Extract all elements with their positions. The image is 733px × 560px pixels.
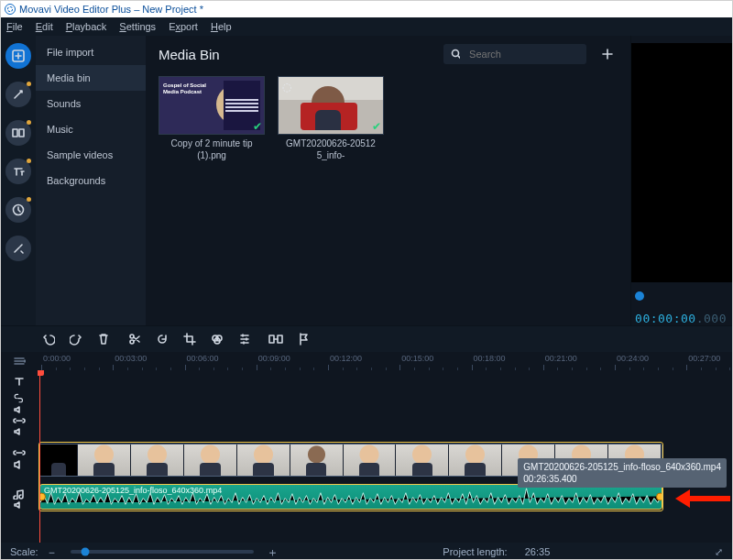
add-media-button[interactable] [597,44,618,64]
rail-more-tools-button[interactable] [5,236,31,261]
audio-clip-label: GMT20200626-205125_info-floso_640x360.mp… [44,486,222,495]
undo-button[interactable] [41,332,56,346]
link-icon [13,415,26,426]
add-marker-button[interactable] [296,332,311,346]
clip-tooltip: GMT20200626-205125_info-floso_640x360.mp… [518,458,727,488]
marker-flag-icon [298,333,309,346]
sidebar-item-music[interactable]: Music [36,116,146,142]
used-check-icon: ✔ [372,121,381,132]
scissors-icon [128,333,141,346]
crop-icon [183,333,196,346]
crop-button[interactable] [182,332,197,346]
media-thumbnail[interactable]: ◌ ✔ [278,76,384,135]
undo-icon [42,333,55,346]
sidebar-item-media-bin[interactable]: Media bin [36,65,146,91]
menu-export[interactable]: Export [169,21,198,32]
project-length-value: 26:35 [525,546,551,557]
track-head-audio[interactable] [1,480,38,517]
notification-dot-icon [27,159,31,163]
project-length-label: Project length: [443,546,507,557]
rail-transitions-button[interactable] [5,120,31,146]
zoom-out-button[interactable]: － [46,546,58,558]
media-grid: Gospel of SocialMedia Podcast ✔ Copy of … [146,72,630,165]
svg-rect-1 [13,129,17,137]
sidebar-item-sample-videos[interactable]: Sample videos [36,142,146,168]
tool-rail [1,36,36,325]
import-sidebar: File import Media bin Sounds Music Sampl… [36,36,146,325]
split-button[interactable] [127,332,142,346]
trash-icon [98,333,109,346]
search-field[interactable] [443,44,586,64]
media-bin-header: Media Bin [146,36,630,72]
rotate-icon [156,333,169,346]
sidebar-item-backgrounds[interactable]: Backgrounds [36,168,146,193]
speaker-icon [13,406,26,413]
rail-stickers-button[interactable] [5,197,31,223]
speaker-icon [13,501,26,509]
menu-playback[interactable]: Playback [66,21,107,32]
track-head-video[interactable] [1,436,38,480]
annotation-arrow-icon [675,489,730,508]
preview-pane: 00:00:00.000 [630,36,732,325]
sidebar-item-file-import[interactable]: File import [36,39,146,65]
timeline-ruler[interactable]: 0:00:0000:03:0000:06:0000:09:0000:12:000… [38,352,732,370]
text-track-icon [13,376,26,387]
redo-icon [70,333,82,346]
wand-icon [12,88,25,101]
color-adjust-button[interactable] [210,332,224,346]
timeline-toolbar [1,325,732,352]
redo-button[interactable] [69,332,83,346]
rail-filters-button[interactable] [5,82,31,107]
fit-timeline-button[interactable]: ⤢ [715,547,723,557]
delete-button[interactable] [96,332,111,346]
sidebar-item-sounds[interactable]: Sounds [36,91,146,116]
media-item-label: GMT20200626-205125_info- [286,138,376,161]
media-item[interactable]: Gospel of SocialMedia Podcast ✔ Copy of … [159,76,265,161]
music-note-icon [13,489,26,500]
window-title-bar: Movavi Video Editor Plus – New Project * [1,1,732,17]
menu-help[interactable]: Help [211,21,232,32]
track-head-pip[interactable] [1,414,38,436]
media-item[interactable]: ◌ ✔ GMT20200626-205125_info- [278,76,384,161]
transition-wizard-button[interactable] [268,332,283,346]
media-bin-title: Media Bin [159,47,220,62]
link-icon [13,447,26,458]
menu-file[interactable]: File [6,21,23,32]
app-logo-icon [5,4,16,15]
zoom-in-button[interactable]: ＋ [267,546,279,558]
track-head-titles[interactable] [1,370,38,392]
link-icon [13,393,26,404]
window-title: Movavi Video Editor Plus – New Project * [19,4,203,15]
audio-clip[interactable]: GMT20200626-205125_info-floso_640x360.mp… [39,484,662,510]
track-head-overlay[interactable] [1,392,38,414]
search-input[interactable] [467,48,579,60]
tools-icon [12,242,25,255]
text-icon [12,165,25,178]
rail-import-button[interactable] [5,43,31,69]
rotate-button[interactable] [155,332,170,346]
menu-edit[interactable]: Edit [36,21,53,32]
menu-settings[interactable]: Settings [119,21,156,32]
add-track-icon [13,356,26,367]
svg-rect-2 [19,129,24,137]
transition-icon [12,126,25,139]
plus-icon [601,48,614,60]
add-track-button[interactable] [1,352,38,370]
timeline-tracks-area[interactable]: GMT20200626-205125_info-floso_640x360.mp… [38,370,732,543]
used-check-icon: ✔ [253,121,262,132]
clip-properties-button[interactable] [237,332,252,346]
playhead-scrubber-dot[interactable] [635,291,644,301]
clip-options-icon[interactable]: ◌ [282,81,291,93]
zoom-slider[interactable] [71,550,254,554]
menu-bar: File Edit Playback Settings Export Help [1,17,732,36]
media-thumbnail[interactable]: Gospel of SocialMedia Podcast ✔ [159,76,265,135]
speaker-icon [13,460,26,469]
preview-timecode: 00:00:00.000 [631,312,732,325]
sliders-icon [238,333,251,346]
zoom-slider-knob[interactable] [81,548,89,556]
playhead[interactable] [39,370,40,543]
rail-titles-button[interactable] [5,159,31,184]
preview-viewport[interactable] [631,43,732,282]
scale-label: Scale: [10,546,38,557]
clip-handle-right[interactable] [656,493,662,501]
